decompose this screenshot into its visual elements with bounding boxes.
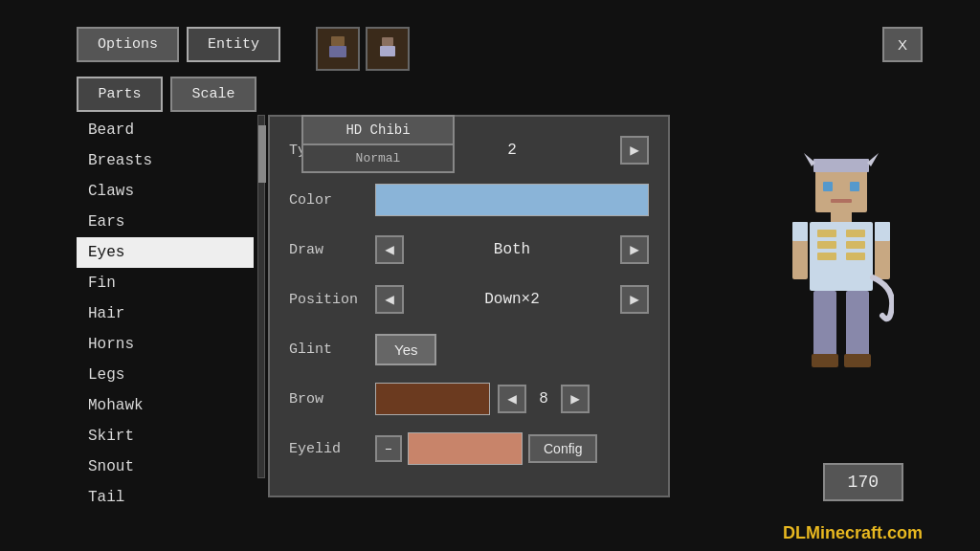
draw-next-button[interactable]: ▶ [620,235,649,264]
eyelid-controls: – Config [375,432,597,465]
type-next-button[interactable]: ▶ [620,136,649,165]
scale-tab[interactable]: Scale [170,77,256,112]
options-tab[interactable]: Options [77,27,179,62]
parts-list: Beard Breasts Claws Ears Eyes Fin Hair H… [77,115,254,513]
position-value: Down×2 [404,291,620,308]
watermark-text: DLMinecraft.com [783,523,923,542]
position-next-button[interactable]: ▶ [620,285,649,314]
close-button[interactable]: X [882,27,923,62]
draw-label: Draw [289,242,375,258]
model-thumbnails [316,27,410,71]
model-thumb-1[interactable] [316,27,360,71]
glint-button[interactable]: Yes [375,334,436,365]
svg-rect-10 [831,199,852,203]
svg-rect-14 [817,241,836,249]
watermark: DLMinecraft.com [783,523,923,543]
eyelid-swatch[interactable] [408,432,523,465]
parts-tab[interactable]: Parts [77,77,163,112]
svg-rect-24 [846,291,869,358]
part-item-fin[interactable]: Fin [77,268,254,298]
draw-value: Both [404,241,620,258]
part-item-skirt[interactable]: Skirt [77,421,254,452]
part-item-horns[interactable]: Horns [77,329,254,360]
scrollbar-thumb [258,125,266,183]
svg-rect-22 [875,222,890,241]
svg-rect-17 [846,241,865,249]
eyelid-label: Eyelid [289,441,375,457]
svg-rect-1 [329,46,346,57]
eyelid-config-button[interactable]: Config [528,434,597,463]
svg-rect-0 [331,36,345,46]
part-item-tail[interactable]: Tail [77,482,254,513]
part-item-eyes[interactable]: Eyes [77,237,254,268]
character-preview [779,134,903,440]
normal-option[interactable]: Normal [301,145,455,173]
position-row: Position ◀ Down×2 ▶ [289,281,649,318]
svg-rect-13 [817,230,836,237]
svg-rect-15 [817,253,836,260]
eyelid-minus-button[interactable]: – [375,435,402,462]
svg-rect-25 [812,354,838,367]
brow-next-button[interactable]: ▶ [561,385,590,413]
model-thumb-2[interactable] [366,27,410,71]
svg-rect-16 [846,230,865,237]
eyelid-row: Eyelid – Config [289,430,649,467]
glint-label: Glint [289,342,375,358]
part-item-snout[interactable]: Snout [77,452,254,482]
part-item-mohawk[interactable]: Mohawk [77,390,254,421]
top-tabs: Options Entity [77,27,280,62]
position-prev-button[interactable]: ◀ [375,285,404,314]
part-item-claws[interactable]: Claws [77,176,254,207]
svg-rect-2 [382,37,393,46]
position-label: Position [289,292,375,308]
svg-rect-26 [844,354,871,367]
svg-rect-8 [823,182,833,191]
parts-scrollbar[interactable] [257,115,265,478]
part-item-ears[interactable]: Ears [77,207,254,237]
svg-rect-9 [850,182,859,191]
brow-value: 8 [526,390,561,408]
color-swatch[interactable] [375,184,649,216]
svg-rect-20 [792,222,808,241]
dropdown-container: HD Chibi Normal [301,115,455,173]
brow-swatch[interactable] [375,383,490,415]
part-item-legs[interactable]: Legs [77,360,254,390]
part-item-hair[interactable]: Hair [77,298,254,329]
svg-rect-18 [846,253,865,260]
part-item-breasts[interactable]: Breasts [77,145,254,176]
brow-label: Brow [289,391,375,408]
brow-prev-button[interactable]: ◀ [498,385,526,413]
svg-rect-11 [831,212,852,222]
sub-tabs: Parts Scale [77,77,256,112]
part-item-beard[interactable]: Beard [77,115,254,145]
mc-character-svg [789,153,894,421]
svg-rect-23 [813,291,836,358]
draw-prev-button[interactable]: ◀ [375,235,404,264]
draw-row: Draw ◀ Both ▶ [289,231,649,268]
color-label: Color [289,192,375,209]
bottom-number-display: 170 [823,463,903,501]
brow-row: Brow ◀ 8 ▶ [289,381,649,417]
entity-tab[interactable]: Entity [187,27,280,62]
svg-rect-5 [813,159,869,172]
glint-row: Glint Yes [289,331,649,367]
hd-chibi-option[interactable]: HD Chibi [301,115,455,145]
svg-rect-3 [380,46,395,56]
color-row: Color [289,182,649,218]
